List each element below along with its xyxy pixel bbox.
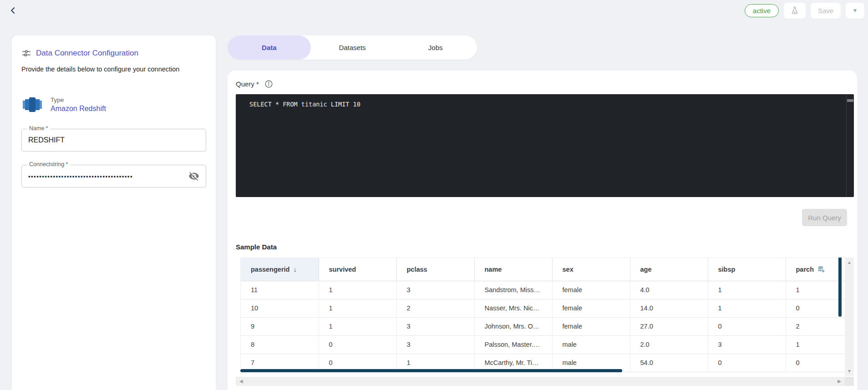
table-vertical-scroll-thumb[interactable] bbox=[838, 258, 842, 317]
tab-jobs[interactable]: Jobs bbox=[394, 35, 477, 60]
table-cell: female bbox=[552, 299, 630, 317]
column-header-pclass[interactable]: pclass bbox=[396, 258, 474, 281]
scroll-up-icon[interactable]: ▲ bbox=[845, 260, 854, 265]
eye-off-icon bbox=[188, 171, 199, 182]
horizontal-scrollbar[interactable]: ◀ ▶ bbox=[236, 377, 854, 386]
table-viewport: passengerid↓survivedpclassnamesexagesibs… bbox=[240, 258, 845, 376]
tab-datasets[interactable]: Datasets bbox=[311, 35, 394, 60]
table-cell: female bbox=[552, 317, 630, 335]
table-cell: 11 bbox=[241, 281, 319, 299]
connector-type-row: Type Amazon Redshift bbox=[21, 94, 206, 116]
sql-editor[interactable]: SELECT * FROM titanic LIMIT 10 bbox=[236, 94, 854, 197]
table-cell: 1 bbox=[708, 299, 786, 317]
table-cell: 0 bbox=[708, 354, 786, 372]
tabs: DataDatasetsJobs bbox=[228, 35, 477, 60]
column-header-sibsp[interactable]: sibsp bbox=[708, 258, 786, 281]
type-value: Amazon Redshift bbox=[51, 105, 106, 113]
column-header-sex[interactable]: sex bbox=[552, 258, 630, 281]
amazon-redshift-icon bbox=[21, 94, 43, 116]
table-row[interactable]: 1012Nasser, Mrs. Nic…female14.010 bbox=[241, 299, 845, 317]
table-row[interactable]: 913Johnson, Mrs. O…female27.002 bbox=[241, 317, 845, 335]
sql-query-text[interactable]: SELECT * FROM titanic LIMIT 10 bbox=[236, 94, 854, 108]
column-header-survived[interactable]: survived bbox=[319, 258, 396, 281]
table-cell: 1 bbox=[319, 281, 396, 299]
table-cell: 1 bbox=[708, 281, 786, 299]
table-row[interactable]: 803Palsson, Master.…male2.031 bbox=[241, 335, 845, 354]
column-header-age[interactable]: age bbox=[630, 258, 708, 281]
table-cell: 1 bbox=[786, 335, 845, 354]
table-cell: 3 bbox=[396, 281, 474, 299]
table-cell: 3 bbox=[396, 317, 474, 335]
table-cell: 0 bbox=[786, 354, 845, 372]
scroll-left-icon[interactable]: ◀ bbox=[239, 379, 243, 384]
table-cell: 9 bbox=[241, 317, 319, 335]
table-cell: 10 bbox=[241, 299, 319, 317]
name-field-wrapper: Name * bbox=[21, 129, 206, 152]
table-cell: female bbox=[552, 281, 630, 299]
table-cell: 1 bbox=[786, 281, 845, 299]
query-label: Query * bbox=[236, 80, 259, 88]
table-cell: 2 bbox=[396, 299, 474, 317]
table-cell: 27.0 bbox=[630, 317, 708, 335]
query-header: Query * bbox=[236, 80, 854, 88]
connector-config-panel: Data Connector Configuration Provide the… bbox=[12, 35, 216, 390]
page-title: Data Connector Configuration bbox=[36, 49, 138, 58]
table-cell: 1 bbox=[319, 299, 396, 317]
sample-data-title: Sample Data bbox=[236, 243, 854, 251]
table-cell: male bbox=[552, 335, 630, 354]
table-settings-icon[interactable] bbox=[817, 265, 825, 273]
table-cell: 54.0 bbox=[630, 354, 708, 372]
column-header-passengerid[interactable]: passengerid↓ bbox=[241, 258, 319, 281]
name-input[interactable] bbox=[28, 136, 199, 144]
sort-desc-icon: ↓ bbox=[293, 265, 297, 273]
scrollbar-corner bbox=[845, 377, 854, 386]
data-tab-panel: Query * SELECT * FROM titanic LIMIT 10 R… bbox=[228, 71, 857, 390]
connectstring-input[interactable] bbox=[28, 173, 188, 180]
table-cell: Johnson, Mrs. O… bbox=[474, 317, 552, 335]
table-cell: Palsson, Master.… bbox=[474, 335, 552, 354]
back-button[interactable] bbox=[5, 3, 21, 18]
table-cell: Sandstrom, Miss… bbox=[474, 281, 552, 299]
connectstring-field-wrapper: Connectstring * bbox=[21, 165, 206, 187]
connectstring-field-label: Connectstring * bbox=[27, 161, 70, 167]
run-query-button[interactable]: Run Query bbox=[802, 209, 847, 226]
table-cell: 8 bbox=[241, 335, 319, 354]
vertical-scrollbar[interactable]: ▲ ▼ bbox=[845, 258, 854, 376]
table-cell: 2.0 bbox=[630, 335, 708, 354]
table-cell: Nasser, Mrs. Nic… bbox=[474, 299, 552, 317]
name-field-label: Name * bbox=[27, 125, 51, 132]
panel-title-row: Data Connector Configuration bbox=[21, 48, 206, 58]
tune-icon bbox=[21, 48, 31, 58]
flask-icon bbox=[790, 6, 799, 15]
chevron-down-icon: ▼ bbox=[853, 8, 858, 13]
table-horizontal-scroll-thumb[interactable] bbox=[240, 369, 622, 372]
test-connection-button[interactable] bbox=[784, 3, 806, 19]
table-cell: 2 bbox=[786, 317, 845, 335]
scroll-right-icon[interactable]: ▶ bbox=[838, 379, 841, 384]
status-badge: active bbox=[745, 4, 779, 17]
toggle-visibility-button[interactable] bbox=[188, 171, 199, 182]
run-query-row: Run Query bbox=[236, 209, 854, 226]
table-header-row: passengerid↓survivedpclassnamesexagesibs… bbox=[241, 258, 845, 281]
chevron-left-icon bbox=[9, 6, 17, 15]
sample-data-table-zone: passengerid↓survivedpclassnamesexagesibs… bbox=[240, 258, 854, 376]
column-header-name[interactable]: name bbox=[474, 258, 552, 281]
table-row[interactable]: 1113Sandstrom, Miss…female4.011 bbox=[241, 281, 845, 299]
editor-scrollbar[interactable] bbox=[846, 94, 854, 197]
table-cell: 0 bbox=[319, 335, 396, 354]
sample-data-table: passengerid↓survivedpclassnamesexagesibs… bbox=[241, 258, 845, 372]
connector-type-labels: Type Amazon Redshift bbox=[51, 96, 106, 113]
table-cell: 0 bbox=[708, 317, 786, 335]
editor-scrollbar-thumb[interactable] bbox=[847, 99, 853, 102]
type-label: Type bbox=[51, 96, 106, 103]
panel-subtitle: Provide the details below to configure y… bbox=[21, 66, 206, 73]
info-icon[interactable] bbox=[264, 80, 273, 88]
top-bar: active Save ▼ bbox=[0, 0, 868, 21]
scroll-down-icon[interactable]: ▼ bbox=[845, 369, 854, 374]
save-options-dropdown-button[interactable]: ▼ bbox=[846, 3, 864, 19]
table-cell: 0 bbox=[786, 299, 845, 317]
tab-data[interactable]: Data bbox=[228, 35, 311, 60]
table-cell: 3 bbox=[396, 335, 474, 354]
column-header-parch[interactable]: parch bbox=[786, 258, 845, 281]
save-button[interactable]: Save bbox=[811, 3, 841, 19]
